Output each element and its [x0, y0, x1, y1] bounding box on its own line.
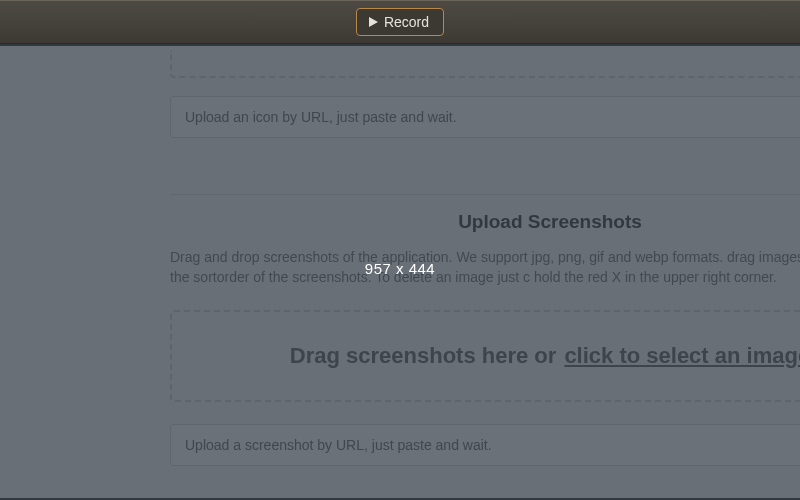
play-icon: [369, 17, 378, 27]
record-button-label: Record: [384, 14, 429, 30]
top-toolbar: Record: [0, 0, 800, 44]
overlay-dimensions-label: 957 x 444: [365, 260, 435, 277]
record-button[interactable]: Record: [356, 8, 444, 36]
dim-overlay[interactable]: 957 x 444: [0, 44, 800, 500]
